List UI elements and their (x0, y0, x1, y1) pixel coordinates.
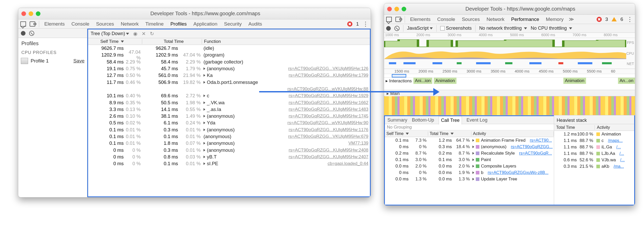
tab-performance[interactable]: Performance (510, 17, 541, 22)
net-throttle-dropdown[interactable]: No network throttling (479, 26, 527, 31)
record-icon[interactable] (21, 31, 26, 36)
calltree-row[interactable]: 0.2 ms8.7 %0.2 ms8.7 %Recalculate Style … (385, 150, 554, 156)
profile-row[interactable]: 8.9 ms0.35 %50.5 ms1.98 %_.VK.wars=ACT90… (88, 99, 370, 106)
selection-handle[interactable] (392, 74, 406, 77)
tab-elements[interactable]: Elements (409, 17, 432, 22)
calltree-row[interactable]: 0.1 ms7.3 %1.2 ms64.7 %Animation Frame F… (385, 137, 554, 144)
profile-row[interactable]: 11.7 ms0.46 %506.9 ms19.82 %Oda.b.port1.… (88, 79, 370, 85)
inspect-icon[interactable] (386, 17, 392, 22)
device-icon[interactable] (30, 21, 35, 27)
reload-icon[interactable]: ↻ (150, 31, 154, 37)
kebab-icon[interactable]: ⋮ (362, 22, 369, 26)
cpu-throttle-dropdown[interactable]: No CPU throttling (531, 26, 572, 31)
tab-security[interactable]: Security (223, 21, 243, 27)
profile-row[interactable]: 12.7 ms0.50 %561.0 ms21.94 %Kars=ACT90oG… (88, 72, 370, 79)
disclosure-icon[interactable] (204, 156, 205, 158)
dtab-summary[interactable]: Summary (387, 117, 407, 123)
source-link[interactable]: VM77:139 (349, 141, 370, 146)
calltree-row[interactable]: 0.0 ms1.3 %0.0 ms1.3 %Update Layer Tree (385, 176, 554, 182)
source-link[interactable]: rs=ACT90... (530, 138, 552, 143)
titlebar[interactable]: Developer Tools - https://www.google.com… (18, 8, 371, 19)
calltree-row[interactable]: 0 ms0 %0.0 ms1.9 %b rs=ACT90oGqRZGGxuWo-… (385, 169, 554, 176)
col-self[interactable]: Self Time (385, 131, 428, 136)
overview-panel[interactable]: FPS CPU NET (384, 38, 635, 69)
scope-dropdown[interactable]: JavaScript (407, 26, 433, 31)
tab-network[interactable]: Network (119, 21, 140, 27)
profile-row[interactable]: 0.1 ms0.01 %1.8 ms0.07 %(anonymous)VM77:… (88, 140, 370, 147)
col-total[interactable]: Total Time (142, 39, 202, 44)
col-self[interactable]: Self Time (88, 39, 142, 44)
profile-row[interactable]: 58.4 ms2.29 %58.4 ms2.29 %(garbage colle… (88, 59, 370, 65)
col-total[interactable]: Total Time (428, 131, 471, 136)
profile-row[interactable]: 0 ms0 %0.3 ms0.01 %(anonymous)rs=ACT90oG… (88, 147, 370, 153)
minimize-icon[interactable] (29, 11, 33, 16)
disclosure-icon[interactable] (472, 178, 474, 180)
tab-console[interactable]: Console (70, 21, 91, 27)
tab-audits[interactable]: Audits (247, 21, 264, 27)
heaviest-row[interactable]: 1.2 ms100.0 %Animation (554, 131, 634, 137)
source-link[interactable]: rs=ACT90oGqRZGG...VKUlgM95Hw:126 (288, 66, 370, 71)
heaviest-row[interactable]: 1.1 ms88.7 %c /maps... (554, 137, 634, 144)
tab-timeline[interactable]: Timeline (144, 21, 165, 27)
warning-count[interactable]: 6 (620, 17, 623, 22)
tree-mode-dropdown[interactable]: Tree (Top Down) (91, 31, 129, 36)
source-link[interactable]: rs=ACT90oGqRZGG...KUlgM95Hw:1483 (289, 107, 370, 112)
tab-sources[interactable]: Sources (95, 21, 116, 27)
flamegraph[interactable] (384, 96, 635, 115)
dtab-bottomup[interactable]: Bottom-Up (412, 117, 434, 123)
close-icon[interactable] (387, 7, 392, 11)
tab-profiles[interactable]: Profiles (169, 21, 188, 27)
error-badge-icon[interactable]: ✖ (597, 17, 602, 22)
col-function[interactable]: Function (202, 39, 370, 44)
tab-application[interactable]: Application (192, 21, 219, 27)
warning-badge-icon[interactable] (612, 17, 617, 21)
disclosure-icon[interactable] (472, 146, 474, 148)
disclosure-icon[interactable] (472, 165, 474, 168)
profile-row[interactable]: 19.1 ms0.75 %45.7 ms1.79 %(anonymous)rs=… (88, 65, 370, 72)
source-link[interactable]: rs=ACT90oGqRZGG...KUlgM95Hw:1662 (289, 100, 370, 105)
tab-elements[interactable]: Elements (43, 21, 66, 27)
disclosure-icon[interactable] (204, 67, 205, 70)
source-link[interactable]: rs=ACT90oGqRZGGxuWo-z8B... (488, 170, 548, 175)
x-icon[interactable]: ✕ (142, 31, 146, 37)
scrubber[interactable] (384, 74, 635, 78)
disclosure-icon[interactable] (472, 171, 474, 174)
profile-row[interactable]: 0.1 ms0.01 %0.1 ms0.01 %(anonymous)rs=AC… (88, 133, 370, 140)
disclosure-icon[interactable] (204, 94, 205, 97)
source-link[interactable]: rs=ACT90oGqRZGG... (511, 145, 553, 149)
dtab-calltree[interactable]: Call Tree (439, 116, 462, 125)
disclosure-icon[interactable] (204, 129, 205, 131)
profile-row[interactable]: 1202.9 ms47.04 %1202.9 ms47.04 %(program… (88, 52, 370, 58)
disclosure-icon[interactable] (204, 122, 205, 124)
error-count[interactable]: 1 (356, 21, 359, 27)
disclosure-icon[interactable] (204, 162, 205, 165)
source-link[interactable]: rs=ACT90oGqRZGG...KUlgM95Hw:2408 (289, 148, 370, 153)
heaviest-row[interactable]: 1.1 ms88.7 %iL.Ga /... (554, 144, 634, 150)
disclosure-icon[interactable] (204, 149, 205, 152)
minimize-icon[interactable] (394, 7, 399, 11)
disclosure-icon[interactable] (472, 139, 474, 142)
profile-row[interactable]: 2.6 ms0.10 %38.1 ms1.49 %(anonymous)rs=A… (88, 113, 370, 120)
heaviest-row[interactable]: 0.6 ms52.6 %VJb.wa /... (554, 157, 634, 163)
eye-icon[interactable]: ◉ (133, 31, 138, 37)
kebab-icon[interactable]: ⋮ (627, 17, 633, 22)
profile-row[interactable]: 0.5 ms0.02 %6.1 ms0.24 %Ydars=ACT90oGqRZ… (88, 120, 370, 126)
calltree-row[interactable]: 0 ms0 %0.3 ms18.4 %(anonymous) rs=ACT90o… (385, 144, 554, 150)
heaviest-row[interactable]: 0.3 ms21.5 %aKb /ma... (554, 163, 634, 170)
dtab-eventlog[interactable]: Event Log (467, 117, 487, 123)
disclosure-icon[interactable] (204, 101, 205, 104)
source-link[interactable]: cb=gapi.loaded_0:44 (328, 161, 370, 166)
clear-icon[interactable] (394, 26, 400, 31)
error-count[interactable]: 3 (605, 17, 608, 22)
source-link[interactable]: /... (620, 151, 624, 156)
source-link[interactable]: rs=ACT90oGqR... (519, 151, 552, 156)
source-link[interactable]: rs=ACT90oGqRZGG...KUlgM95Hw:2407 (289, 154, 370, 160)
col-activity[interactable]: Activity (595, 125, 634, 130)
source-link[interactable]: rs=ACT90oGqRZGG...KUlgM95Hw:1799 (289, 73, 370, 78)
tab-memory[interactable]: Memory (544, 17, 565, 22)
calltree-row[interactable]: 0.1 ms3.0 %0.1 ms3.0 %Paint (385, 156, 554, 163)
col-total[interactable]: Total Time (554, 125, 595, 130)
save-link[interactable]: Save (73, 58, 84, 64)
zoom-icon[interactable] (402, 7, 406, 11)
tab-console[interactable]: Console (436, 17, 457, 22)
